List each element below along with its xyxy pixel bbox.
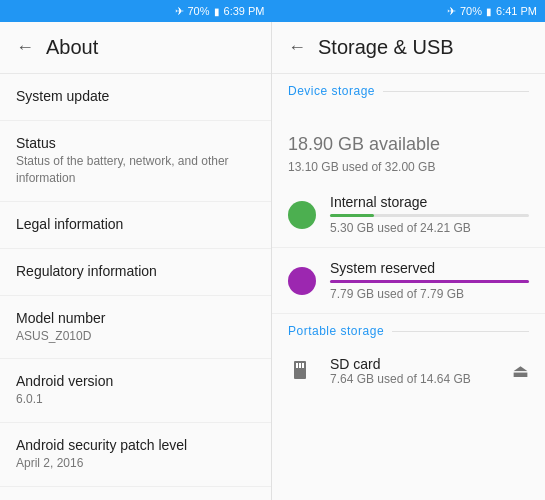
menu-item-subtitle-android-version: 6.0.1 <box>16 391 255 408</box>
internal-storage-name: Internal storage <box>330 194 529 210</box>
menu-item-title-model: Model number <box>16 310 255 326</box>
airplane-icon-left: ✈ <box>175 5 184 18</box>
menu-item-title-security-patch: Android security patch level <box>16 437 255 453</box>
status-bars: ✈ 70% ▮ 6:39 PM ✈ 70% ▮ 6:41 PM <box>0 0 545 22</box>
system-reserved-name: System reserved <box>330 260 529 276</box>
menu-item-subtitle-security-patch: April 2, 2016 <box>16 455 255 472</box>
storage-header: ← Storage & USB <box>272 22 545 74</box>
eject-button[interactable]: ⏏ <box>512 360 529 382</box>
status-bar-right: ✈ 70% ▮ 6:41 PM <box>273 0 546 22</box>
menu-item-title-system-update: System update <box>16 88 255 104</box>
storage-panel: ← Storage & USB Device storage 18.90 GB … <box>272 22 545 500</box>
sd-card-name: SD card <box>330 356 512 372</box>
status-bar-left: ✈ 70% ▮ 6:39 PM <box>0 0 273 22</box>
battery-percent-left: 70% <box>188 5 210 17</box>
panels: ← About System update Status Status of t… <box>0 22 545 500</box>
menu-item-title-legal: Legal information <box>16 216 255 232</box>
menu-item-title-android-version: Android version <box>16 373 255 389</box>
internal-storage-bar-container <box>330 214 529 217</box>
system-reserved-info: System reserved 7.79 GB used of 7.79 GB <box>330 260 529 301</box>
sd-card-used: 7.64 GB used of 14.64 GB <box>330 372 512 386</box>
about-panel: ← About System update Status Status of t… <box>0 22 272 500</box>
airplane-icon-right: ✈ <box>447 5 456 18</box>
available-gb: 18.90 GB available <box>288 120 529 156</box>
system-reserved-bar-fill <box>330 280 529 283</box>
time-right: 6:41 PM <box>496 5 537 17</box>
sd-card-info: SD card 7.64 GB used of 14.64 GB <box>330 356 512 386</box>
device-storage-label: Device storage <box>272 74 545 104</box>
system-reserved-used: 7.79 GB used of 7.79 GB <box>330 287 529 301</box>
menu-item-title-regulatory: Regulatory information <box>16 263 255 279</box>
internal-storage-dot <box>288 201 316 229</box>
storage-back-button[interactable]: ← <box>288 37 306 58</box>
svg-rect-2 <box>299 363 301 368</box>
internal-storage-bar-fill <box>330 214 374 217</box>
menu-item-subtitle-status: Status of the battery, network, and othe… <box>16 153 255 187</box>
menu-item-subtitle-model: ASUS_Z010D <box>16 328 255 345</box>
system-reserved-dot <box>288 267 316 295</box>
storage-title: Storage & USB <box>318 36 454 59</box>
about-back-button[interactable]: ← <box>16 37 34 58</box>
internal-storage-item[interactable]: Internal storage 5.30 GB used of 24.21 G… <box>272 182 545 248</box>
menu-item-status[interactable]: Status Status of the battery, network, a… <box>0 121 271 202</box>
available-unit: GB available <box>333 134 440 154</box>
svg-rect-1 <box>296 363 298 368</box>
internal-storage-info: Internal storage 5.30 GB used of 24.21 G… <box>330 194 529 235</box>
used-text: 13.10 GB used of 32.00 GB <box>288 160 529 174</box>
svg-rect-3 <box>302 363 304 368</box>
menu-item-hardware[interactable]: Hardware information Wi-fi, bluetooth, f… <box>0 487 271 500</box>
menu-item-regulatory[interactable]: Regulatory information <box>0 249 271 296</box>
menu-item-title-status: Status <box>16 135 255 151</box>
menu-item-android-version[interactable]: Android version 6.0.1 <box>0 359 271 423</box>
battery-icon-right: ▮ <box>486 6 492 17</box>
sd-card-item[interactable]: SD card 7.64 GB used of 14.64 GB ⏏ <box>272 344 545 398</box>
sd-card-icon <box>288 357 316 385</box>
about-title: About <box>46 36 98 59</box>
battery-percent-right: 70% <box>460 5 482 17</box>
time-left: 6:39 PM <box>224 5 265 17</box>
menu-item-system-update[interactable]: System update <box>0 74 271 121</box>
system-reserved-item[interactable]: System reserved 7.79 GB used of 7.79 GB <box>272 248 545 314</box>
menu-item-security-patch[interactable]: Android security patch level April 2, 20… <box>0 423 271 487</box>
system-reserved-bar-container <box>330 280 529 283</box>
menu-item-legal[interactable]: Legal information <box>0 202 271 249</box>
battery-icon-left: ▮ <box>214 6 220 17</box>
internal-storage-used: 5.30 GB used of 24.21 GB <box>330 221 529 235</box>
storage-available-section: 18.90 GB available 13.10 GB used of 32.0… <box>272 104 545 182</box>
about-header: ← About <box>0 22 271 74</box>
portable-storage-label: Portable storage <box>272 314 545 344</box>
menu-item-model[interactable]: Model number ASUS_Z010D <box>0 296 271 360</box>
